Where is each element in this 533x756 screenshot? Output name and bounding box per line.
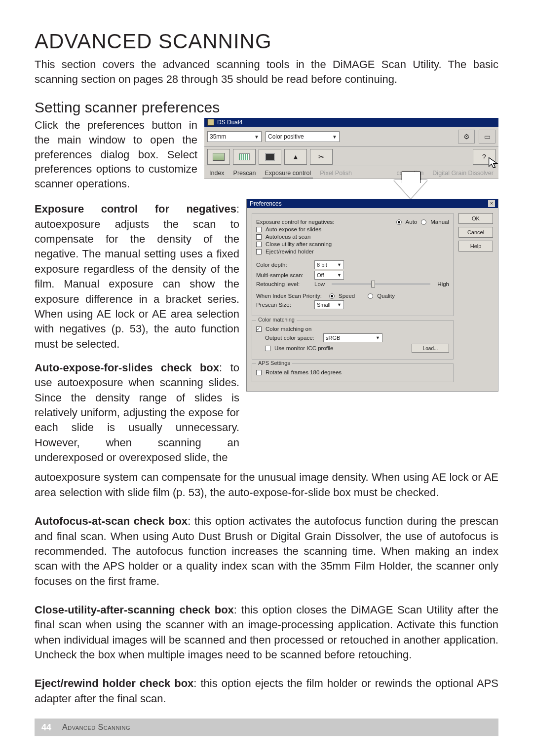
- ok-button[interactable]: OK: [458, 213, 493, 224]
- aps-settings-label: APS Settings: [256, 360, 292, 366]
- exposure-paragraph: Exposure control for negatives: autoexpo…: [35, 202, 239, 352]
- app-title: DS Dual4: [217, 119, 242, 126]
- crop-button[interactable]: ✂: [310, 149, 333, 165]
- retouching-level-label: Retouching level:: [256, 281, 310, 287]
- crop-icon: ✂: [318, 153, 324, 161]
- film-format-value: 35mm: [210, 133, 226, 140]
- exposure-manual-radio[interactable]: [421, 219, 426, 225]
- app-toolbar: 35mm ▼ Color positive ▼ ⚙ ▭: [204, 127, 498, 147]
- auto-expose-slides-label: Auto expose for slides: [266, 226, 321, 232]
- chevron-down-icon: ▼: [337, 302, 342, 307]
- eject-rewind-checkbox[interactable]: [256, 249, 262, 254]
- scan-button[interactable]: ▭: [479, 130, 495, 144]
- index-scan-button[interactable]: [207, 149, 230, 165]
- footer-section: Advanced Scanning: [62, 723, 130, 732]
- film-type-value: Color positive: [268, 133, 304, 140]
- chevron-down-icon: ▼: [337, 262, 342, 267]
- app-iconrow: ▲ ✂ ?: [204, 147, 498, 166]
- index-priority-label: When Index Scan Priority:: [256, 293, 325, 299]
- barcode-icon: [239, 153, 250, 160]
- autofocus-at-scan-label: Autofocus at scan: [266, 234, 310, 240]
- exposure-manual-label: Manual: [430, 219, 449, 225]
- multi-sample-select[interactable]: Off▼: [314, 271, 344, 280]
- tab-index[interactable]: Index: [207, 169, 227, 179]
- eject-icon: ▲: [292, 153, 299, 161]
- exposure-auto-label: Auto: [406, 219, 418, 225]
- color-matching-on-label: Color matching on: [266, 326, 311, 332]
- color-matching-group: Color matching Color matching on Output …: [252, 320, 454, 360]
- prescan-button[interactable]: [233, 149, 256, 165]
- intro-paragraph: This section covers the advanced scannin…: [35, 57, 498, 86]
- film-type-select[interactable]: Color positive ▼: [266, 131, 340, 142]
- index-quality-label: Quality: [377, 293, 395, 299]
- general-group: Exposure control for negatives: Auto Man…: [252, 213, 454, 316]
- load-icc-button[interactable]: Load...: [412, 344, 449, 353]
- preferences-dialog: Preferences × Exposure control for negat…: [246, 199, 498, 392]
- index-speed-label: Speed: [339, 293, 355, 299]
- auto-expose-slides-checkbox[interactable]: [256, 227, 262, 232]
- autofocus-paragraph: Autofocus-at-scan check box: this option…: [35, 514, 498, 589]
- multi-sample-label: Multi-sample scan:: [256, 272, 310, 278]
- exposure-auto-radio[interactable]: [396, 219, 402, 225]
- color-matching-on-checkbox[interactable]: [256, 326, 262, 332]
- rotate-all-frames-checkbox[interactable]: [256, 370, 262, 375]
- gear-icon: ⚙: [463, 133, 470, 141]
- click-preferences-text: Click the preferences button in the main…: [35, 118, 197, 199]
- tab-exposure-control[interactable]: Exposure control: [263, 169, 313, 179]
- chevron-down-icon: ▼: [337, 273, 342, 278]
- close-icon[interactable]: ×: [488, 200, 495, 207]
- film-format-select[interactable]: 35mm ▼: [207, 131, 262, 142]
- color-matching-group-label: Color matching: [256, 317, 297, 323]
- prescan-size-select[interactable]: Small▼: [314, 300, 344, 309]
- page-heading: ADVANCED SCANNING: [35, 30, 498, 53]
- tab-pixel-polish[interactable]: Pixel Polish: [318, 169, 354, 179]
- close-utility-checkbox[interactable]: [256, 242, 262, 247]
- scanner-icon: ▭: [484, 133, 491, 141]
- tab-digital-grain[interactable]: Digital Grain Dissolver: [430, 169, 495, 179]
- preferences-button[interactable]: ⚙: [458, 130, 475, 144]
- section-heading: Setting scanner preferences: [35, 99, 498, 116]
- scan-button-2[interactable]: [259, 149, 281, 165]
- retouching-low-label: Low: [314, 281, 325, 287]
- page-number: 44: [41, 722, 51, 733]
- slide-icon: [265, 153, 275, 161]
- tab-prescan[interactable]: Prescan: [231, 169, 258, 179]
- color-depth-label: Color depth:: [256, 262, 310, 268]
- help-icon: ?: [482, 153, 486, 161]
- color-depth-select[interactable]: 8 bit▼: [314, 260, 344, 269]
- close-utility-label: Close utility after scanning: [266, 241, 332, 247]
- cursor-icon: [488, 156, 501, 170]
- cancel-button[interactable]: Cancel: [458, 227, 493, 238]
- exposure-control-label: Exposure control for negatives:: [256, 219, 335, 225]
- chevron-down-icon: ▼: [376, 335, 380, 340]
- pointer-arrow: [323, 180, 498, 199]
- auto-expose-slides-paragraph: Auto-expose-for-slides check box: to use…: [35, 360, 239, 466]
- rotate-all-frames-label: Rotate all frames 180 degrees: [266, 369, 342, 375]
- app-window: DS Dual4 35mm ▼ Color positive ▼: [204, 118, 498, 179]
- app-logo-icon: [207, 119, 214, 126]
- index-speed-radio[interactable]: [329, 293, 335, 299]
- help-button[interactable]: Help: [458, 241, 493, 252]
- app-titlebar: DS Dual4: [204, 118, 498, 127]
- eject-rewind-label: Eject/rewind holder: [266, 249, 314, 254]
- retouching-slider[interactable]: [332, 283, 430, 285]
- output-color-space-label: Output color space:: [265, 335, 319, 341]
- filmstrip-icon: [213, 153, 225, 161]
- chevron-down-icon: ▼: [332, 134, 337, 140]
- eject-button[interactable]: ▲: [284, 149, 307, 165]
- close-utility-paragraph: Close-utility-after-scanning check box: …: [35, 603, 498, 662]
- preferences-title: Preferences: [250, 200, 282, 207]
- prescan-size-label: Prescan Size:: [256, 302, 310, 308]
- auto-expose-continued: autoexposure system can compensate for t…: [35, 470, 498, 500]
- preferences-titlebar: Preferences ×: [247, 199, 498, 208]
- use-monitor-icc-label: Use monitor ICC profile: [274, 345, 334, 351]
- retouching-high-label: High: [437, 281, 449, 287]
- app-tabs: Index Prescan Exposure control Pixel Pol…: [204, 166, 498, 179]
- autofocus-at-scan-checkbox[interactable]: [256, 234, 262, 240]
- index-quality-radio[interactable]: [368, 293, 373, 299]
- page-footer: 44 Advanced Scanning: [35, 719, 498, 736]
- eject-rewind-paragraph: Eject/rewind holder check box: this opti…: [35, 676, 498, 706]
- use-monitor-icc-checkbox[interactable]: [265, 346, 270, 351]
- chevron-down-icon: ▼: [254, 134, 259, 140]
- output-color-space-select[interactable]: sRGB▼: [323, 333, 382, 342]
